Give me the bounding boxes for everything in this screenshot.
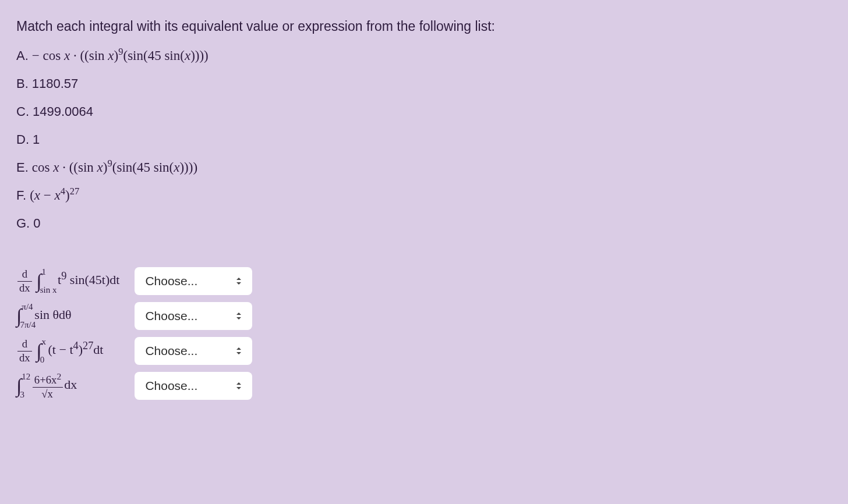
question-3-select[interactable]: Choose...: [135, 337, 252, 365]
question-2-select[interactable]: Choose...: [135, 302, 252, 330]
option-f: F. (x − x4)27: [16, 188, 832, 203]
option-c-value: 1499.0064: [33, 104, 93, 119]
matching-table: ddx ∫1sin x t9 sin(45t)dt Choose... ∫π/4…: [16, 260, 252, 407]
select-placeholder: Choose...: [145, 309, 197, 323]
option-a: A. − cos x · ((sin x)9(sin(45 sin(x)))): [16, 48, 832, 63]
updown-icon: [236, 277, 242, 285]
option-b-label: B.: [16, 76, 29, 91]
question-4-expression: ∫123 6+6x2xdx: [16, 372, 135, 400]
option-a-label: A.: [16, 48, 29, 63]
updown-icon: [236, 382, 242, 390]
question-row-1: ddx ∫1sin x t9 sin(45t)dt Choose...: [16, 267, 252, 295]
option-c-label: C.: [16, 104, 29, 119]
option-a-expression: − cos x · ((sin x)9(sin(45 sin(x)))): [32, 48, 209, 63]
select-placeholder: Choose...: [145, 379, 197, 393]
option-e-label: E.: [16, 160, 29, 175]
option-d: D. 1: [16, 132, 832, 147]
question-prompt: Match each integral with its equivalent …: [16, 19, 832, 34]
option-b: B. 1180.57: [16, 76, 832, 91]
option-g-value: 0: [33, 216, 40, 231]
question-3-expression: ddx ∫x0 (t − t4)27dt: [16, 337, 135, 365]
option-b-value: 1180.57: [32, 76, 79, 91]
question-row-2: ∫π/47π/4 sin θdθ Choose...: [16, 302, 252, 330]
option-g-label: G.: [16, 216, 30, 231]
option-e: E. cos x · ((sin x)9(sin(45 sin(x)))): [16, 160, 832, 175]
question-2-expression: ∫π/47π/4 sin θdθ: [16, 302, 135, 330]
option-e-expression: cos x · ((sin x)9(sin(45 sin(x)))): [32, 160, 197, 175]
select-placeholder: Choose...: [145, 344, 197, 358]
option-f-label: F.: [16, 188, 26, 203]
select-placeholder: Choose...: [145, 274, 197, 288]
question-1-expression: ddx ∫1sin x t9 sin(45t)dt: [16, 267, 135, 295]
question-row-4: ∫123 6+6x2xdx Choose...: [16, 372, 252, 400]
option-d-value: 1: [33, 132, 40, 147]
option-c: C. 1499.0064: [16, 104, 832, 119]
question-1-select[interactable]: Choose...: [135, 267, 252, 295]
answer-options-list: A. − cos x · ((sin x)9(sin(45 sin(x)))) …: [16, 48, 832, 231]
option-d-label: D.: [16, 132, 29, 147]
option-f-expression: (x − x4)27: [30, 188, 79, 203]
updown-icon: [236, 312, 242, 320]
option-g: G. 0: [16, 216, 832, 231]
question-row-3: ddx ∫x0 (t − t4)27dt Choose...: [16, 337, 252, 365]
updown-icon: [236, 347, 242, 355]
question-4-select[interactable]: Choose...: [135, 372, 252, 400]
